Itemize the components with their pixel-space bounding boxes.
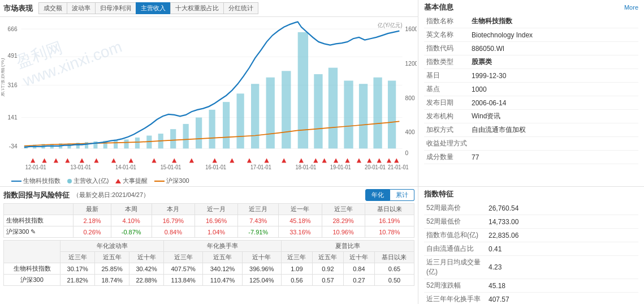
- returns-date: （最新交易日:2021/04/27）: [73, 191, 149, 199]
- feat-row-change: 52周涨跌幅 45.18: [424, 279, 638, 293]
- return-val-hs300-3y: 10.96%: [322, 226, 365, 238]
- return-val-index-week: 4.10%: [111, 215, 152, 226]
- svg-rect-43: [359, 84, 368, 148]
- feat-row-float: 自由流通值占比 0.41: [424, 242, 638, 256]
- legend-item-event: 大事提醒: [115, 177, 148, 185]
- return-val-index-3y: 28.29%: [322, 215, 365, 226]
- tab-zhuyingshouru[interactable]: 主营收入: [136, 2, 170, 14]
- features-title: 指数特征: [424, 189, 638, 199]
- info-value-type: 股票类: [469, 55, 638, 69]
- feat-label-turnover: 近三年年化换手率: [424, 293, 486, 305]
- rth-latest: 最新: [74, 204, 111, 215]
- vol-col-3y3: 近三年: [281, 252, 312, 263]
- toggle-group: 年化 累计: [365, 189, 414, 201]
- legend-label-revenue: 主营收入(亿): [74, 177, 109, 185]
- info-label-yield: 收益处理方式: [424, 137, 469, 151]
- info-label-pubdate: 发布日期: [424, 96, 469, 110]
- info-row-puborg: 发布机构 Wind资讯: [424, 110, 638, 123]
- info-value-name: 生物科技指数: [469, 15, 638, 28]
- more-link[interactable]: More: [624, 4, 638, 11]
- return-label-hs300: 沪深300 ✎: [4, 226, 74, 238]
- svg-marker-67: [357, 158, 361, 162]
- svg-marker-56: [189, 158, 194, 162]
- vol-header-turn: 年化换手率: [163, 241, 281, 252]
- return-row-hs300: 沪深300 ✎ 0.26% -0.87% 0.84% 1.04% -7.91% …: [4, 226, 414, 238]
- return-val-index-since: 16.19%: [365, 215, 414, 226]
- svg-marker-51: [94, 158, 98, 162]
- feat-value-mcap: 22,835.06: [486, 229, 638, 242]
- svg-text:18-01-01: 18-01-01: [296, 164, 317, 170]
- svg-marker-71: [394, 158, 399, 162]
- svg-text:800: 800: [405, 94, 415, 101]
- legend-line-blue: [11, 181, 21, 182]
- info-row-code: 指数代码 886050.WI: [424, 42, 638, 55]
- svg-text:-34: -34: [9, 143, 18, 150]
- svg-rect-45: [388, 80, 396, 148]
- toggle-cumulative[interactable]: 累计: [390, 189, 414, 201]
- tab-chengjiaoe[interactable]: 成交额: [38, 2, 67, 14]
- vol-hs300-vol3y: 21.82%: [60, 275, 95, 286]
- feat-label-change: 52周涨跌幅: [424, 279, 486, 293]
- info-row-type: 指数类型 股票类: [424, 55, 638, 69]
- feat-value-change: 45.18: [486, 279, 638, 293]
- svg-text:累计涨跌幅(%): 累计涨跌幅(%): [1, 58, 5, 97]
- svg-text:400: 400: [405, 129, 415, 136]
- svg-marker-59: [247, 158, 252, 162]
- info-label-type: 指数类型: [424, 55, 469, 69]
- svg-rect-27: [135, 138, 140, 148]
- vol-index-vol5y: 25.85%: [95, 263, 129, 275]
- svg-rect-41: [329, 68, 338, 149]
- tab-bodonglv[interactable]: 波动率: [67, 2, 95, 14]
- return-val-hs300-month: 0.84%: [152, 226, 195, 238]
- vol-index-vol10y: 30.42%: [129, 263, 164, 275]
- feat-value-vol: 4.23: [486, 256, 638, 279]
- vol-index-turn5y: 340.12%: [203, 263, 242, 275]
- return-val-index-1y: 45.18%: [279, 215, 322, 226]
- return-val-index-1m: 16.96%: [195, 215, 237, 226]
- vol-row-index: 生物科技指数 30.17% 25.85% 30.42% 407.57% 340.…: [4, 263, 414, 275]
- svg-rect-36: [251, 84, 259, 148]
- vol-header-sharpe: 夏普比率: [281, 241, 414, 252]
- svg-marker-66: [345, 158, 349, 162]
- vol-hs300-vol5y: 18.74%: [95, 275, 129, 286]
- chart-area: 盈利网www.xinxi.com 666 491 316 141 -34 160…: [0, 17, 418, 175]
- svg-marker-53: [129, 158, 133, 162]
- vol-hs300-sharpe10y: 0.27: [343, 275, 374, 286]
- feat-row-turnover: 近三年年化换手率 407.57: [424, 293, 638, 305]
- info-row-basepoint: 基点 1000: [424, 83, 638, 96]
- info-value-yield: [469, 137, 638, 151]
- vol-hs300-turn3y: 113.84%: [163, 275, 202, 286]
- vol-hs300-sharpe5y: 0.57: [312, 275, 343, 286]
- info-label-name: 指数名称: [424, 15, 469, 28]
- legend-label-index: 生物科技指数: [23, 177, 60, 185]
- vol-index-sharpe-since: 0.65: [374, 263, 414, 275]
- feat-row-high: 52周最高价 26,760.54: [424, 202, 638, 215]
- info-value-code: 886050.WI: [469, 42, 638, 55]
- info-label-engname: 英文名称: [424, 28, 469, 42]
- svg-rect-40: [314, 74, 322, 148]
- info-row-yield: 收益处理方式: [424, 137, 638, 151]
- return-val-hs300-week: -0.87%: [111, 226, 152, 238]
- svg-text:15-01-01: 15-01-01: [161, 164, 181, 170]
- tab-fenhong[interactable]: 分红统计: [223, 2, 258, 14]
- svg-marker-62: [299, 158, 304, 162]
- top-row: 市场表现 成交额 波动率 归母净利润 主营收入 十大权重股占比 分红统计 盈利网…: [0, 0, 644, 187]
- toggle-annualized[interactable]: 年化: [365, 189, 390, 201]
- svg-marker-70: [387, 158, 391, 162]
- svg-marker-46: [31, 158, 35, 162]
- svg-rect-33: [209, 110, 215, 148]
- info-value-basepoint: 1000: [469, 83, 638, 96]
- vol-index-vol3y: 30.17%: [60, 263, 95, 275]
- tab-guimu[interactable]: 归母净利润: [95, 2, 136, 14]
- vol-col-10y3: 近十年: [343, 252, 374, 263]
- svg-marker-55: [172, 158, 176, 162]
- rth-since: 基日以来: [365, 204, 414, 215]
- tab-shida[interactable]: 十大权重股占比: [170, 2, 223, 14]
- feat-label-low: 52周最低价: [424, 215, 486, 229]
- info-value-weight: 自由流通市值加权: [469, 123, 638, 137]
- legend-item-index: 生物科技指数: [11, 177, 60, 185]
- info-table: 指数名称 生物科技指数 英文名称 Biotechnology Index 指数代…: [424, 15, 638, 164]
- svg-marker-63: [313, 158, 318, 162]
- vol-index-turn3y: 407.57%: [163, 263, 202, 275]
- svg-text:491: 491: [8, 52, 18, 59]
